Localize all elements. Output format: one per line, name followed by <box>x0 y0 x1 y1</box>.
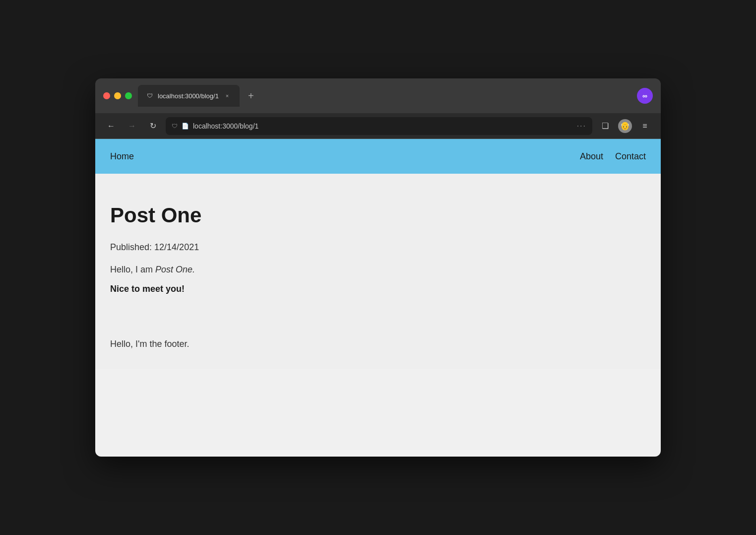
post-title: Post One <box>110 203 646 227</box>
avatar-button[interactable]: 👴 <box>617 118 633 134</box>
site-main-content: Post One Published: 12/14/2021 Hello, I … <box>95 174 661 324</box>
page-icon: 📄 <box>182 123 189 130</box>
address-more-icon[interactable]: ··· <box>577 122 586 131</box>
tab-title: localhost:3000/blog/1 <box>158 92 219 100</box>
user-avatar-icon: 👴 <box>618 119 632 133</box>
menu-button[interactable]: ≡ <box>637 118 653 134</box>
post-body-italic: Post One. <box>155 265 195 274</box>
tab-favicon-icon: 🛡 <box>146 92 154 100</box>
post-body-bold-text: Nice to meet you! <box>110 284 646 294</box>
close-button[interactable] <box>103 92 110 99</box>
footer-text: Hello, I'm the footer. <box>110 339 189 349</box>
post-published-date: Published: 12/14/2021 <box>110 242 646 253</box>
navigation-bar: ← → ↻ 🛡 📄 localhost:3000/blog/1 ··· ❏ 👴 … <box>95 113 661 139</box>
nav-about-link[interactable]: About <box>580 151 603 162</box>
pocket-button[interactable]: ❏ <box>597 118 613 134</box>
browser-extension-icon[interactable]: ∞ <box>637 88 653 104</box>
nav-right-icons: ❏ 👴 ≡ <box>597 118 653 134</box>
traffic-lights <box>103 92 132 99</box>
back-button[interactable]: ← <box>103 118 119 134</box>
post-body-text: Hello, I am Post One. <box>110 263 646 277</box>
title-bar: 🛡 localhost:3000/blog/1 × + ∞ <box>95 78 661 113</box>
browser-window: 🛡 localhost:3000/blog/1 × + ∞ ← → ↻ 🛡 📄 … <box>95 78 661 457</box>
site-footer: Hello, I'm the footer. <box>95 324 661 369</box>
address-bar[interactable]: 🛡 📄 localhost:3000/blog/1 ··· <box>166 117 592 135</box>
reload-button[interactable]: ↻ <box>145 118 161 134</box>
shield-icon: 🛡 <box>172 123 178 130</box>
nav-contact-link[interactable]: Contact <box>615 151 646 162</box>
site-navigation: Home About Contact <box>95 139 661 174</box>
forward-button[interactable]: → <box>124 118 140 134</box>
minimize-button[interactable] <box>114 92 121 99</box>
new-tab-button[interactable]: + <box>244 88 258 103</box>
tab-close-icon[interactable]: × <box>223 91 232 100</box>
website-content: Home About Contact Post One Published: 1… <box>95 139 661 457</box>
url-text: localhost:3000/blog/1 <box>193 122 258 130</box>
maximize-button[interactable] <box>125 92 132 99</box>
site-nav-right: About Contact <box>580 151 646 162</box>
active-tab[interactable]: 🛡 localhost:3000/blog/1 × <box>138 85 240 107</box>
tab-area: 🛡 localhost:3000/blog/1 × + <box>138 85 631 107</box>
nav-home-link[interactable]: Home <box>110 151 134 162</box>
